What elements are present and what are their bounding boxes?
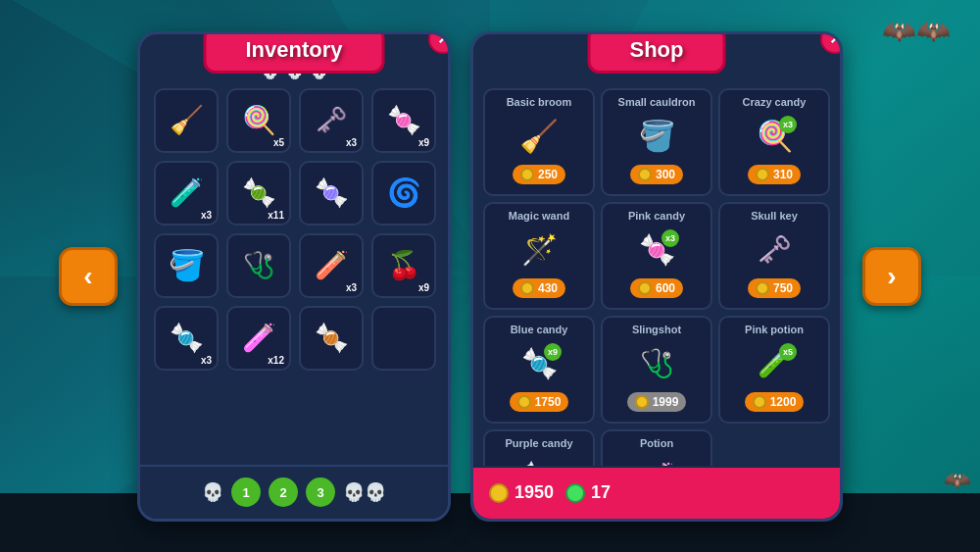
cherries-qty: x9	[418, 282, 429, 293]
shop-gems-display: 17	[565, 482, 611, 503]
inv-item-candy-green[interactable]: 🍬 x11	[226, 161, 291, 226]
inv-item-cherries[interactable]: 🍒 x9	[371, 233, 436, 298]
skull-key-price-button[interactable]: 750	[748, 278, 801, 298]
pink-potion-icon: 🧪 x5	[750, 339, 799, 388]
shop-item-skull-key[interactable]: Skull key 🗝️ 750	[718, 202, 830, 310]
pink-potion-qty-badge: x5	[779, 343, 797, 361]
shop-coin-icon	[489, 483, 509, 503]
inv-item-lollipop[interactable]: 🍭 x5	[226, 88, 291, 153]
slingshot-icon: 🩺	[632, 339, 681, 388]
pink-candy-icon: 🍬 x3	[632, 226, 681, 275]
inv-item-candy-red[interactable]: 🍬 x9	[371, 88, 436, 153]
shop-panel: ✕ Shop Basic broom 🧹 250 Small cauldron …	[470, 31, 843, 522]
inv-item-stethoscope[interactable]: 🩺	[226, 233, 291, 298]
cherries-icon: 🍒	[387, 252, 421, 279]
right-arrow-icon: ›	[887, 261, 896, 292]
small-cauldron-icon: 🪣	[632, 112, 681, 161]
shop-grid: Basic broom 🧹 250 Small cauldron 🪣 300	[473, 34, 840, 466]
coin-icon-5	[638, 281, 652, 295]
stethoscope-icon: 🩺	[243, 250, 274, 280]
magic-wand-price-button[interactable]: 430	[513, 278, 565, 298]
candy-yellow-icon: 🍬	[315, 325, 349, 352]
shop-item-slingshot[interactable]: Slingshot 🩺 1999	[601, 316, 712, 424]
spinner-icon: 🌀	[387, 179, 421, 207]
pink-potion-price-button[interactable]: 1200	[745, 392, 805, 412]
coin-icon-4	[520, 281, 534, 295]
candy-red-qty: x9	[418, 137, 429, 148]
lollipop-icon: 🍭	[242, 107, 276, 134]
page-2-button[interactable]: 2	[269, 477, 298, 507]
crazy-candy-qty-badge: x3	[779, 116, 797, 133]
basic-broom-price-button[interactable]: 250	[513, 165, 565, 184]
crazy-candy-price-button[interactable]: 310	[748, 165, 801, 184]
candy-green-qty: x11	[268, 210, 284, 221]
potion-blue-icon: 🧪	[315, 249, 349, 281]
potion-blue-qty: x3	[346, 282, 357, 293]
magic-wand-icon: 🪄	[514, 226, 564, 275]
shop-item-magic-wand[interactable]: Magic wand 🪄 430	[483, 202, 595, 310]
shop-gem-icon	[565, 483, 585, 503]
blue-candy-price-button[interactable]: 1750	[510, 392, 569, 412]
crazy-candy-name: Crazy candy	[743, 96, 807, 108]
inv-item-potion-blue[interactable]: 🧪 x3	[299, 233, 364, 298]
inventory-panel: ✕ Inventory 💀💀💀 🧹 🍭 x5 🗝️ x3 🍬 x9	[137, 31, 451, 522]
shop-coins-value: 1950	[514, 482, 554, 503]
broom-icon: 🧹	[170, 107, 204, 134]
inv-item-cauldron[interactable]: 🪣	[154, 233, 219, 298]
shop-item-basic-broom[interactable]: Basic broom 🧹 250	[483, 88, 595, 196]
shop-gems-value: 17	[591, 482, 611, 503]
page-3-button[interactable]: 3	[306, 477, 335, 507]
shop-item-small-cauldron[interactable]: Small cauldron 🪣 300	[601, 88, 712, 196]
candy-green-icon: 🍬	[242, 179, 276, 207]
key-icon: 🗝️	[316, 105, 347, 135]
pink-candy-name: Pink candy	[628, 210, 685, 222]
skull-left: 💀	[202, 481, 223, 503]
inv-item-potion-green[interactable]: 🧪 x12	[226, 306, 291, 371]
small-cauldron-price-button[interactable]: 300	[630, 165, 683, 184]
candy-purple-icon: 🍬	[315, 179, 349, 207]
shop-item-blue-candy[interactable]: Blue candy 🍬 x9 1750	[483, 316, 595, 424]
inv-item-spinner[interactable]: 🌀	[371, 161, 436, 226]
inv-item-broom[interactable]: 🧹	[154, 88, 219, 153]
shop-item-potion[interactable]: Potion 🧪	[601, 429, 712, 466]
magic-wand-name: Magic wand	[509, 210, 569, 222]
cauldron-icon: 🪣	[169, 248, 205, 282]
coin-icon-3	[756, 168, 769, 181]
inv-item-candy-purple[interactable]: 🍬	[299, 161, 364, 226]
slingshot-name: Slingshot	[632, 324, 681, 335]
purple-candy-name: Purple candy	[505, 437, 572, 449]
page-1-button[interactable]: 1	[231, 477, 261, 507]
inv-item-potion-red[interactable]: 🧪 x3	[154, 161, 219, 226]
prev-nav-button[interactable]: ‹	[59, 247, 118, 306]
pink-candy-qty-badge: x3	[662, 229, 679, 247]
inv-item-empty	[371, 306, 436, 371]
candy-red-icon: 🍬	[387, 107, 421, 134]
blue-candy-name: Blue candy	[511, 324, 568, 335]
left-arrow-icon: ‹	[83, 261, 92, 292]
inv-item-candy-yellow[interactable]: 🍬	[299, 306, 364, 371]
skull-key-name: Skull key	[751, 210, 798, 222]
potion-green-icon: 🧪	[242, 322, 276, 354]
shop-item-pink-potion[interactable]: Pink potion 🧪 x5 1200	[718, 316, 830, 424]
shop-item-pink-candy[interactable]: Pink candy 🍬 x3 600	[601, 202, 712, 310]
lollipop-qty: x5	[273, 137, 284, 148]
shop-item-purple-candy[interactable]: Purple candy 🍬	[483, 429, 595, 466]
purple-candy-icon: 🍬	[514, 453, 564, 466]
candy-blue-icon: 🍬	[170, 325, 204, 352]
coin-icon-9	[753, 395, 766, 409]
key-qty: x3	[346, 137, 357, 148]
coin-icon-8	[635, 395, 649, 409]
potion-green-qty: x12	[268, 355, 284, 366]
shop-item-crazy-candy[interactable]: Crazy candy 🍭 x3 310	[718, 88, 830, 196]
coin-icon-6	[756, 281, 769, 295]
crazy-candy-icon: 🍭 x3	[750, 112, 799, 161]
inv-item-candy-blue[interactable]: 🍬 x3	[154, 306, 219, 371]
potion-name: Potion	[640, 437, 673, 449]
pink-candy-price-button[interactable]: 600	[630, 278, 683, 298]
inv-item-key[interactable]: 🗝️ x3	[299, 88, 364, 153]
coin-icon-7	[517, 395, 531, 409]
slingshot-price-button[interactable]: 1999	[627, 392, 687, 412]
skull-key-icon: 🗝️	[750, 226, 799, 275]
next-nav-button[interactable]: ›	[862, 247, 921, 306]
potion-icon: 🧪	[632, 453, 681, 466]
